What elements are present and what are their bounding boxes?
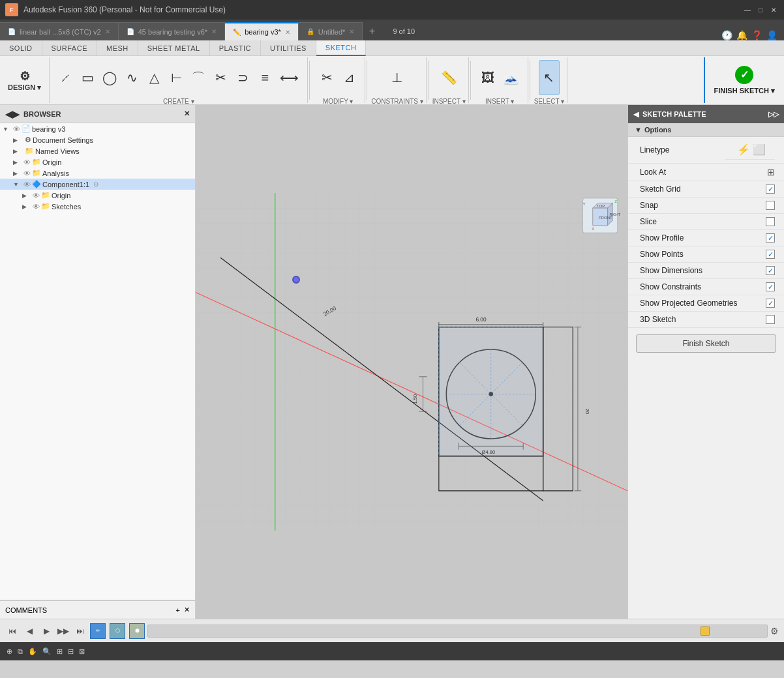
- display-tool-icon[interactable]: ⊠: [79, 647, 85, 656]
- browser-item-analysis[interactable]: ▶ 👁 📁 Analysis: [0, 168, 195, 179]
- tab-close-3[interactable]: ✕: [285, 29, 290, 36]
- rect-tool-button[interactable]: ▭: [77, 60, 98, 95]
- timeline-begin-button[interactable]: ⏮: [5, 624, 20, 638]
- linetype-solid-icon[interactable]: ⚡: [737, 143, 750, 156]
- hash-tool-button[interactable]: ≡: [254, 60, 275, 95]
- look-at-button[interactable]: ⊞: [767, 167, 775, 177]
- ribbon-tab-utilities[interactable]: UTILITIES: [261, 40, 316, 56]
- slice-checkbox[interactable]: [766, 217, 775, 226]
- expand-arrow-doc[interactable]: ▶: [13, 137, 22, 143]
- view-tool-icon[interactable]: ⊞: [57, 647, 63, 656]
- expand-arrow-origin[interactable]: ▶: [13, 159, 22, 166]
- arc-tool-button[interactable]: ⌒: [188, 60, 209, 95]
- browser-item-doc-settings[interactable]: ▶ ⚙ Document Settings: [0, 134, 195, 145]
- select-button[interactable]: ↖: [539, 60, 560, 95]
- insert-img-button[interactable]: 🗻: [500, 60, 522, 95]
- insert-svg-button[interactable]: 🖼: [477, 60, 498, 95]
- visibility-icon-analysis[interactable]: 👁: [23, 170, 31, 177]
- timeline-prev-button[interactable]: ◀: [22, 624, 37, 638]
- 3d-sketch-checkbox[interactable]: [766, 315, 775, 324]
- ribbon-tab-mesh[interactable]: MESH: [97, 40, 138, 56]
- visibility-icon-bearing[interactable]: 👁: [13, 125, 20, 133]
- linetype-dashed-icon[interactable]: ⬜: [753, 143, 766, 156]
- sketch-plane-icon-3[interactable]: ⬢: [129, 623, 145, 639]
- browser-close-icon[interactable]: ✕: [184, 110, 190, 118]
- expand-arrow-origin2[interactable]: ▶: [22, 192, 31, 199]
- tab-untitled[interactable]: 🔒 Untitled* ✕: [299, 22, 363, 40]
- timeline-track[interactable]: [147, 625, 768, 638]
- user-icon[interactable]: 👤: [766, 30, 777, 40]
- browser-item-origin[interactable]: ▶ 👁 📁 Origin: [0, 156, 195, 168]
- extend-button[interactable]: ⊿: [339, 60, 359, 95]
- pan-tool-icon[interactable]: ✋: [28, 647, 37, 656]
- visibility-icon-sketches[interactable]: 👁: [33, 203, 40, 211]
- visibility-icon-origin2[interactable]: 👁: [33, 192, 40, 199]
- canvas[interactable]: 20.00 6.00: [196, 105, 627, 619]
- circle-tool-button[interactable]: ◯: [99, 60, 120, 95]
- browser-item-bearing-v3[interactable]: ▼ 👁 📄 bearing v3: [0, 123, 195, 134]
- ribbon-tab-sketch[interactable]: SKETCH: [316, 40, 367, 56]
- show-projected-checkbox[interactable]: [766, 299, 775, 308]
- trim-button[interactable]: ✂: [316, 60, 337, 95]
- clock-icon[interactable]: 🕐: [721, 30, 732, 40]
- expand-arrow-analysis[interactable]: ▶: [13, 170, 22, 177]
- tab-45-bearing[interactable]: 📄 45 bearing testing v6* ✕: [119, 22, 225, 40]
- tab-close-1[interactable]: ✕: [105, 28, 110, 35]
- browser-item-origin2[interactable]: ▶ 👁 📁 Origin: [0, 190, 195, 201]
- design-dropdown-button[interactable]: ⚙ DESIGN ▾: [0, 57, 50, 103]
- ribbon-tab-plastic[interactable]: PLASTIC: [210, 40, 261, 56]
- polygon-tool-button[interactable]: △: [143, 60, 164, 95]
- timeline-settings-icon[interactable]: ⚙: [770, 626, 779, 636]
- measure-button[interactable]: 📏: [438, 60, 460, 95]
- comments-add-icon[interactable]: +: [176, 606, 180, 614]
- snap-tool-icon[interactable]: ⊕: [7, 647, 12, 656]
- timeline-play-button[interactable]: ▶: [39, 624, 53, 638]
- expand-arrow-views[interactable]: ▶: [13, 148, 22, 155]
- tab-bearing-v3[interactable]: ✏️ bearing v3* ✕: [225, 22, 299, 40]
- show-dimensions-checkbox[interactable]: [766, 266, 775, 275]
- help-icon[interactable]: ❓: [751, 30, 762, 40]
- sketch-plane-icon-2[interactable]: ⬡: [110, 623, 125, 639]
- palette-expand-icon[interactable]: ▷▷: [768, 110, 779, 119]
- palette-section-options[interactable]: ▼ Options: [628, 123, 784, 137]
- visibility-icon-origin[interactable]: 👁: [23, 158, 31, 166]
- ribbon-tab-surface[interactable]: SURFACE: [42, 40, 97, 56]
- bell-icon[interactable]: 🔔: [736, 30, 747, 40]
- expand-arrow-bearing[interactable]: ▼: [3, 126, 12, 132]
- timeline-next-button[interactable]: ▶▶: [56, 624, 70, 638]
- sketch-grid-checkbox[interactable]: [766, 184, 775, 194]
- browser-item-named-views[interactable]: ▶ 📁 Named Views: [0, 145, 195, 156]
- timeline-marker[interactable]: [701, 626, 710, 636]
- browser-item-sketches[interactable]: ▶ 👁 📁 Sketches: [0, 201, 195, 212]
- ribbon-tab-sheet-metal[interactable]: SHEET METAL: [138, 40, 210, 56]
- zoom-tool-icon[interactable]: 🔍: [42, 647, 52, 656]
- show-profile-checkbox[interactable]: [766, 233, 775, 243]
- finish-sketch-palette-button[interactable]: Finish Sketch: [636, 334, 776, 353]
- close-button[interactable]: ✕: [768, 5, 779, 15]
- maximize-button[interactable]: □: [755, 5, 766, 15]
- spline-tool-button[interactable]: ∿: [121, 60, 142, 95]
- tab-close-4[interactable]: ✕: [349, 28, 354, 35]
- loop-tool-button[interactable]: ⊃: [232, 60, 253, 95]
- new-tab-button[interactable]: +: [363, 22, 381, 40]
- grid-tool-icon[interactable]: ⊟: [68, 647, 74, 656]
- snap-checkbox[interactable]: [766, 201, 775, 210]
- expand-arrow-comp1[interactable]: ▼: [13, 181, 22, 188]
- h-line-tool-button[interactable]: ⊢: [166, 60, 187, 95]
- sketch-plane-icon-1[interactable]: ✏: [90, 623, 106, 639]
- tab-close-2[interactable]: ✕: [211, 28, 217, 35]
- ribbon-tab-solid[interactable]: SOLID: [0, 40, 42, 56]
- browser-item-component1[interactable]: ▼ 👁 🔷 Component1:1 ⊙: [0, 179, 195, 190]
- minimize-button[interactable]: —: [742, 5, 753, 15]
- timeline-end-button[interactable]: ⏭: [73, 624, 87, 638]
- visibility-icon-comp1[interactable]: 👁: [23, 181, 31, 188]
- expand-arrow-sketches[interactable]: ▶: [22, 203, 31, 210]
- comments-close-icon[interactable]: ✕: [184, 606, 190, 614]
- show-points-checkbox[interactable]: [766, 250, 775, 259]
- cut-tool-button[interactable]: ✂: [210, 60, 231, 95]
- zigzag-tool-button[interactable]: ⟷: [277, 60, 302, 95]
- tab-linear-ball[interactable]: 📄 linear ball ...5x8 (CTC) v2 ✕: [0, 22, 119, 40]
- constraint-button[interactable]: ⊥: [387, 60, 408, 95]
- show-constraints-checkbox[interactable]: [766, 282, 775, 291]
- palette-collapse-icon[interactable]: ◀: [633, 110, 639, 119]
